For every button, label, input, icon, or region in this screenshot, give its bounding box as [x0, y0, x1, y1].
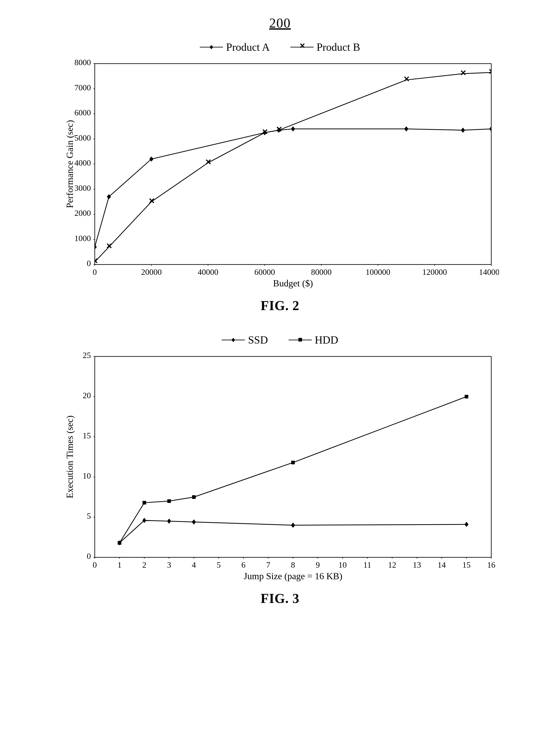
svg-marker-47 [149, 157, 154, 162]
svg-rect-4 [95, 64, 491, 265]
legend-hdd-label: HDD [315, 334, 338, 346]
svg-text:Performance Gain (sec): Performance Gain (sec) [65, 120, 75, 208]
figure-2-id: 200 [269, 15, 291, 31]
svg-marker-124 [291, 523, 295, 528]
svg-text:20000: 20000 [141, 267, 162, 277]
svg-text:15: 15 [462, 560, 470, 570]
svg-marker-45 [93, 245, 97, 250]
svg-text:0: 0 [93, 267, 97, 277]
svg-text:✕: ✕ [488, 67, 494, 76]
svg-text:4000: 4000 [74, 158, 91, 167]
svg-text:100000: 100000 [366, 267, 390, 277]
svg-marker-53 [489, 126, 493, 131]
svg-text:20: 20 [82, 391, 91, 400]
figure-3-block: SSD HDD [48, 334, 512, 606]
svg-marker-123 [192, 520, 196, 525]
svg-text:2000: 2000 [74, 208, 91, 218]
svg-text:3000: 3000 [74, 183, 91, 193]
svg-rect-126 [118, 541, 121, 545]
svg-text:5: 5 [87, 511, 91, 521]
svg-text:9: 9 [316, 560, 320, 570]
svg-text:1000: 1000 [74, 233, 91, 243]
svg-text:0: 0 [87, 259, 91, 268]
svg-text:✕: ✕ [460, 69, 466, 77]
figure-2-block: 200 Product A ✕ Product B [48, 15, 512, 313]
figure-2-chart: 0 1000 2000 3000 4000 5000 6000 7000 800… [61, 58, 499, 290]
svg-text:0: 0 [87, 551, 91, 561]
svg-text:40000: 40000 [198, 267, 218, 277]
svg-rect-127 [143, 501, 146, 505]
svg-text:120000: 120000 [422, 267, 447, 277]
svg-text:2: 2 [142, 560, 146, 570]
legend-product-b: ✕ Product B [290, 41, 360, 53]
svg-text:✕: ✕ [148, 197, 155, 205]
svg-text:7000: 7000 [74, 83, 91, 92]
legend-ssd-label: SSD [248, 334, 268, 346]
svg-text:6: 6 [241, 560, 245, 570]
svg-text:✕: ✕ [106, 242, 112, 250]
svg-marker-51 [404, 126, 408, 131]
svg-text:✕: ✕ [261, 128, 268, 136]
svg-text:5: 5 [217, 560, 221, 570]
svg-text:10: 10 [338, 560, 346, 570]
svg-text:8000: 8000 [74, 58, 91, 67]
svg-marker-125 [464, 522, 468, 527]
svg-text:60000: 60000 [255, 267, 275, 277]
svg-marker-1 [210, 45, 213, 49]
svg-text:✕: ✕ [403, 75, 409, 84]
svg-rect-131 [464, 395, 468, 399]
svg-marker-50 [291, 126, 295, 131]
svg-text:6000: 6000 [74, 108, 91, 117]
svg-text:7: 7 [266, 560, 270, 570]
svg-rect-66 [298, 338, 302, 341]
svg-text:13: 13 [413, 560, 421, 570]
figure-2-svg: 0 1000 2000 3000 4000 5000 6000 7000 800… [61, 58, 499, 290]
figure-2-caption: FIG. 2 [261, 298, 299, 313]
svg-text:16: 16 [487, 560, 495, 570]
figure-3-chart: 0 5 10 15 20 25 0 1 2 3 4 5 [61, 351, 499, 583]
svg-text:80000: 80000 [311, 267, 332, 277]
svg-text:✕: ✕ [205, 158, 211, 166]
svg-text:Budget ($): Budget ($) [273, 278, 313, 288]
legend-product-a: Product A [200, 41, 270, 53]
svg-text:0: 0 [93, 560, 97, 570]
svg-text:140000: 140000 [479, 267, 499, 277]
legend-hdd: HDD [289, 334, 338, 346]
svg-marker-122 [167, 519, 171, 524]
svg-rect-129 [192, 495, 196, 499]
svg-text:8: 8 [291, 560, 295, 570]
svg-text:3: 3 [167, 560, 171, 570]
svg-text:14: 14 [438, 560, 446, 570]
figure-3-svg: 0 5 10 15 20 25 0 1 2 3 4 5 [61, 351, 499, 583]
svg-rect-130 [291, 461, 295, 464]
svg-text:1: 1 [117, 560, 121, 570]
svg-text:✕: ✕ [276, 125, 282, 134]
svg-text:✕: ✕ [92, 257, 98, 265]
svg-text:15: 15 [82, 431, 91, 440]
svg-rect-128 [167, 499, 171, 503]
legend-product-b-label: Product B [317, 41, 360, 53]
svg-text:10: 10 [82, 471, 91, 480]
figure-3-caption: FIG. 3 [261, 591, 299, 606]
svg-text:11: 11 [363, 560, 371, 570]
svg-text:Execution Times (sec): Execution Times (sec) [65, 415, 75, 498]
figure-3-legend: SSD HDD [222, 334, 338, 346]
svg-text:12: 12 [388, 560, 396, 570]
figure-2-legend: Product A ✕ Product B [200, 41, 360, 53]
svg-text:✕: ✕ [299, 42, 305, 50]
svg-marker-121 [143, 518, 146, 523]
svg-text:Jump Size (page = 16 KB): Jump Size (page = 16 KB) [243, 571, 342, 581]
legend-product-a-label: Product A [226, 41, 270, 53]
svg-marker-52 [461, 127, 465, 132]
svg-marker-64 [231, 338, 235, 342]
svg-text:5000: 5000 [74, 133, 91, 143]
svg-text:4: 4 [192, 560, 196, 570]
svg-text:25: 25 [82, 351, 91, 360]
legend-ssd: SSD [222, 334, 268, 346]
